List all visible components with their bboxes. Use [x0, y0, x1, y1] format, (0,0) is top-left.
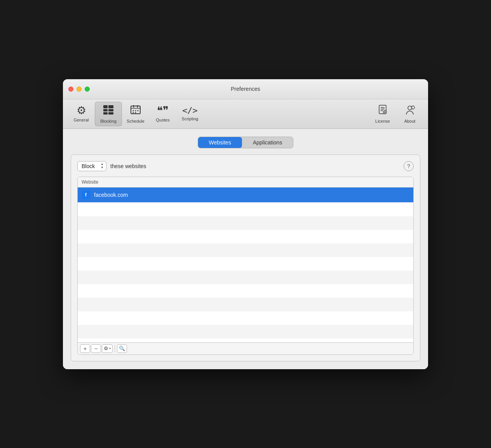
column-header-website: Website — [82, 179, 98, 185]
quotes-icon: ❝❞ — [157, 105, 169, 116]
titlebar: Preferences — [63, 79, 428, 99]
svg-rect-1 — [108, 105, 113, 108]
toolbar-item-scripting[interactable]: </> Scripting — [176, 104, 204, 123]
toolbar-item-quotes[interactable]: ❝❞ Quotes — [149, 103, 176, 125]
svg-point-11 — [135, 110, 136, 111]
row-domain: facebook.com — [94, 192, 128, 198]
svg-point-13 — [133, 112, 134, 113]
scripting-icon: </> — [182, 106, 198, 115]
table-toolbar: + − ⚙ ▾ 🔍 — [78, 342, 413, 354]
tab-container: Websites Applications — [71, 137, 420, 148]
toolbar-label-scripting: Scripting — [182, 116, 198, 121]
block-row: Block Allow ▲ ▼ these websites ? — [77, 161, 414, 171]
add-button[interactable]: + — [80, 344, 90, 353]
block-description: these websites — [110, 163, 146, 169]
svg-rect-3 — [108, 109, 113, 111]
svg-rect-0 — [103, 105, 108, 108]
facebook-icon: f — [82, 191, 90, 199]
toolbar-label-blocking: Blocking — [100, 119, 117, 123]
gear-menu-button[interactable]: ⚙ ▾ — [102, 344, 113, 353]
maximize-button[interactable] — [85, 87, 90, 92]
toolbar-item-schedule[interactable]: Schedule — [122, 102, 149, 126]
empty-rows — [78, 203, 413, 342]
toolbar-item-blocking[interactable]: Blocking — [95, 102, 122, 126]
tab-group: Websites Applications — [198, 137, 294, 148]
svg-rect-5 — [108, 112, 113, 115]
tab-websites[interactable]: Websites — [198, 137, 242, 148]
svg-rect-2 — [103, 109, 108, 111]
help-button[interactable]: ? — [404, 161, 414, 171]
svg-point-10 — [133, 110, 134, 111]
content-area: Websites Applications Block Allow ▲ ▼ — [63, 129, 428, 369]
dropdown-arrow-icon: ▾ — [109, 347, 111, 350]
general-icon: ⚙ — [77, 105, 86, 116]
toolbar-label-about: About — [404, 119, 416, 123]
toolbar-label-schedule: Schedule — [127, 119, 145, 123]
toolbar-item-about[interactable]: i About — [396, 102, 423, 126]
toolbar-divider — [115, 345, 115, 352]
svg-point-14 — [135, 112, 136, 113]
gear-icon: ⚙ — [104, 346, 108, 351]
window-title: Preferences — [231, 86, 260, 92]
table-row[interactable]: f facebook.com — [78, 188, 413, 203]
toolbar-label-license: License — [375, 119, 390, 123]
toolbar-label-general: General — [73, 118, 89, 122]
traffic-lights — [68, 87, 90, 92]
toolbar-item-license[interactable]: License — [369, 102, 396, 126]
svg-rect-4 — [103, 112, 108, 115]
blocking-icon — [103, 104, 114, 117]
remove-button[interactable]: − — [91, 344, 101, 353]
toolbar-label-quotes: Quotes — [156, 118, 169, 122]
svg-point-12 — [138, 110, 139, 111]
table-header: Website — [78, 177, 413, 188]
block-select[interactable]: Block Allow — [77, 161, 106, 171]
about-icon: i — [404, 104, 415, 117]
minimize-button[interactable] — [77, 87, 82, 92]
preferences-window: Preferences ⚙ General Blocking — [63, 79, 428, 369]
websites-table: Website f facebook.com + − ⚙ ▾ — [77, 177, 414, 355]
toolbar: ⚙ General Blocking — [63, 99, 428, 129]
schedule-icon — [130, 104, 141, 117]
main-panel: Block Allow ▲ ▼ these websites ? Website — [71, 155, 420, 361]
tab-applications[interactable]: Applications — [242, 137, 293, 148]
toolbar-item-general[interactable]: ⚙ General — [68, 103, 95, 125]
toolbar-right: License i About — [369, 102, 423, 126]
license-icon — [377, 104, 388, 117]
close-button[interactable] — [68, 87, 73, 92]
block-select-wrapper: Block Allow ▲ ▼ — [77, 161, 106, 171]
search-button[interactable]: 🔍 — [117, 344, 127, 353]
